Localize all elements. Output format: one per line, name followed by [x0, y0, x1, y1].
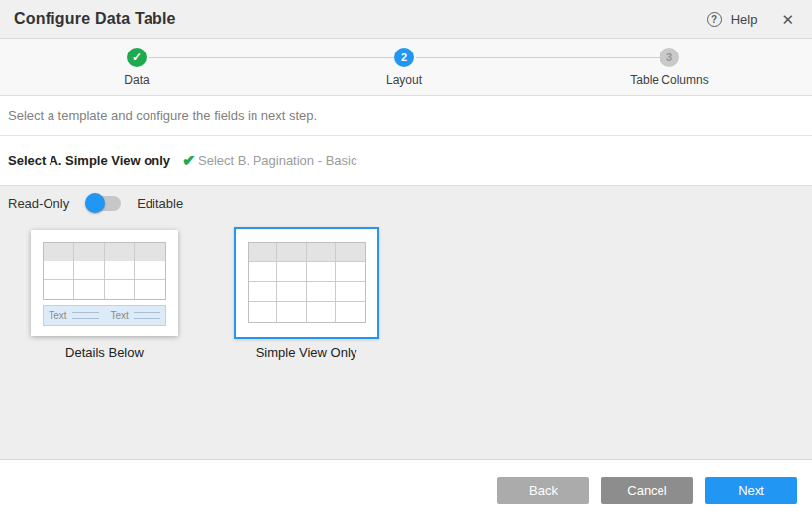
configure-data-table-dialog: Configure Data Table ? Help ✕ ✓ Data 2 L… [0, 0, 812, 521]
template-card-details-below[interactable]: Text Text [31, 230, 178, 336]
option-pagination-basic-label: Select B. Pagination - Basic [198, 154, 356, 168]
instruction-text: Select a template and configure the fiel… [8, 108, 317, 123]
details-below-thumbnail-table [43, 242, 166, 300]
step-complete-check-icon: ✓ [127, 48, 147, 67]
option-simple-view-only-label: Select A. Simple View only [8, 154, 170, 168]
dialog-title: Configure Data Table [14, 10, 176, 28]
step-table-columns[interactable]: 3 Table Columns [610, 48, 729, 87]
help-button[interactable]: Help [731, 12, 758, 27]
instruction-row: Select a template and configure the fiel… [0, 96, 812, 136]
read-only-editable-toggle[interactable] [87, 196, 121, 211]
cancel-button[interactable]: Cancel [601, 477, 693, 504]
option-simple-view-only[interactable]: Select A. Simple View only ✔ [8, 136, 196, 185]
step-layout-number: 2 [394, 48, 414, 67]
editable-label: Editable [137, 196, 183, 211]
template-selector-row: Select A. Simple View only ✔ Select B. P… [0, 136, 812, 186]
close-icon[interactable]: ✕ [777, 10, 798, 29]
dialog-footer: Back Cancel Next [0, 460, 812, 521]
wizard-stepper: ✓ Data 2 Layout 3 Table Columns [0, 39, 812, 96]
template-gallery-panel: Read-Only Editable Text Text [0, 186, 812, 460]
next-button[interactable]: Next [705, 477, 797, 504]
option-pagination-basic[interactable]: Select B. Pagination - Basic [198, 136, 356, 185]
step-table-columns-number: 3 [660, 48, 679, 67]
detail-field-lines [72, 312, 99, 319]
step-data-label: Data [77, 73, 196, 87]
details-below-caption: Details Below [31, 345, 178, 360]
detail-field: Text [49, 310, 98, 321]
mode-toggle-row: Read-Only Editable [0, 186, 812, 216]
simple-view-only-caption: Simple View Only [233, 345, 380, 360]
step-layout-label: Layout [345, 73, 463, 87]
step-layout[interactable]: 2 Layout [345, 48, 463, 87]
step-table-columns-label: Table Columns [610, 73, 729, 87]
dialog-header: Configure Data Table ? Help ✕ [0, 0, 812, 39]
template-card-simple-view-only[interactable] [234, 227, 379, 339]
detail-field-label: Text [111, 310, 129, 321]
back-button[interactable]: Back [497, 477, 589, 504]
simple-view-thumbnail-table [248, 242, 366, 323]
read-only-label: Read-Only [8, 196, 69, 211]
selected-check-icon: ✔ [182, 151, 196, 171]
detail-field: Text [111, 310, 160, 321]
details-below-detail-strip: Text Text [43, 305, 166, 326]
help-icon[interactable]: ? [707, 12, 722, 27]
detail-field-lines [134, 312, 160, 319]
header-actions: ? Help ✕ [707, 10, 798, 29]
step-data[interactable]: ✓ Data [77, 48, 196, 87]
toggle-knob[interactable] [85, 193, 105, 213]
detail-field-label: Text [49, 310, 66, 321]
